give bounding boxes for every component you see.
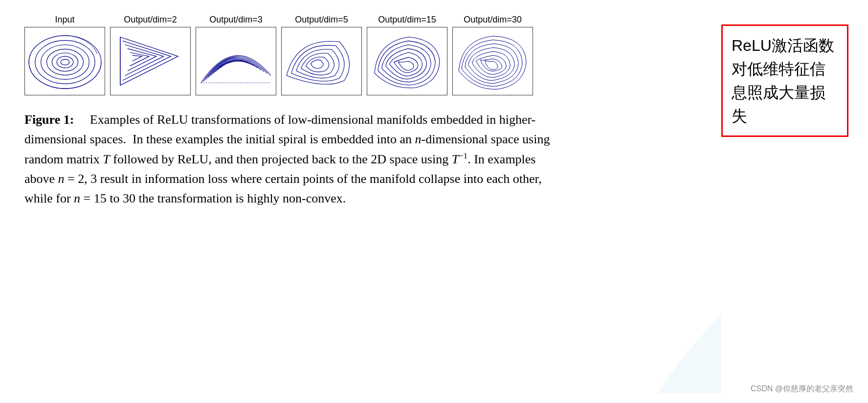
figure-dim5: Output/dim=5	[281, 15, 362, 95]
figure-dim30-box	[452, 27, 533, 95]
svg-point-2	[41, 45, 89, 79]
figure-dim5-label: Output/dim=5	[295, 15, 348, 25]
figures-row: Input	[24, 15, 702, 95]
figure-dim15-label: Output/dim=15	[378, 15, 436, 25]
figure-dim3: Output/dim=3	[196, 15, 276, 95]
figure-dim15: Output/dim=15	[367, 15, 447, 95]
figure-input-label: Input	[55, 15, 74, 25]
figure-dim30-label: Output/dim=30	[464, 15, 522, 25]
annotation-box: ReLU激活函数对低维特征信息照成大量损失	[721, 24, 848, 137]
svg-point-4	[52, 53, 78, 71]
figure-input: Input	[24, 15, 105, 95]
figure-dim3-label: Output/dim=3	[209, 15, 263, 25]
figure-dim5-box	[281, 27, 362, 95]
figure-caption: Figure 1: Examples of ReLU transformatio…	[24, 110, 562, 208]
figure-caption-label: Figure 1:	[24, 112, 74, 127]
figure-dim15-box	[367, 27, 447, 95]
svg-point-5	[57, 56, 73, 68]
decorative-shape	[633, 305, 731, 403]
svg-point-6	[61, 59, 69, 65]
figure-dim2-label: Output/dim=2	[124, 15, 177, 25]
figure-dim2: Output/dim=2	[110, 15, 191, 95]
figure-dim2-box	[110, 27, 191, 95]
watermark: CSDN @你慈厚的老父亲突然	[751, 384, 853, 394]
annotation-text: ReLU激活函数对低维特征信息照成大量损失	[732, 37, 834, 125]
svg-point-1	[35, 41, 95, 84]
figure-dim30: Output/dim=30	[452, 15, 533, 95]
figure-input-box	[24, 27, 105, 95]
figure-dim3-box	[196, 27, 276, 95]
